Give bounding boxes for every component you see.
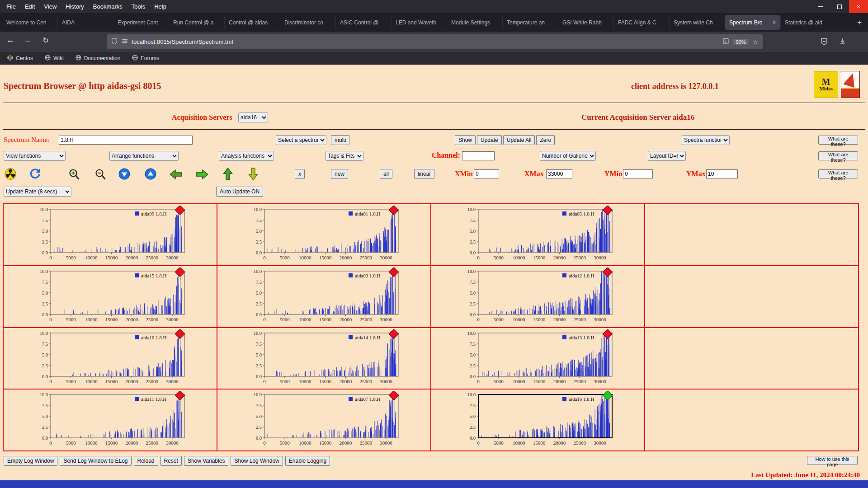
browser-tab[interactable]: GSI White Rabb bbox=[558, 15, 613, 30]
back-button[interactable]: ← bbox=[4, 36, 17, 45]
spectra-functions-select[interactable]: Spectra functions bbox=[682, 135, 730, 145]
analysis-functions-select[interactable]: Analysis functions bbox=[219, 151, 274, 161]
update-button[interactable]: Update bbox=[477, 135, 502, 145]
menu-file[interactable]: File bbox=[2, 0, 20, 13]
footer-empty-log-window[interactable]: Empty Log Window bbox=[4, 456, 57, 466]
shield-icon[interactable] bbox=[111, 38, 118, 46]
menu-help[interactable]: Help bbox=[150, 0, 171, 13]
footer-send-log-window-to-elog[interactable]: Send Log Window to ELog bbox=[60, 456, 131, 466]
browser-tab[interactable]: Control @ aidas bbox=[225, 15, 279, 30]
menu-edit[interactable]: Edit bbox=[20, 0, 39, 13]
what-are-these-button-3[interactable]: What are these? bbox=[818, 169, 858, 178]
spectrum-chart-aida07[interactable]: 0.02.55.07.510.0050001000015000200002500… bbox=[219, 391, 419, 449]
scale-up-icon[interactable] bbox=[145, 168, 156, 182]
spectrum-chart-aida16[interactable]: 0.02.55.07.510.0050001000015000200002500… bbox=[433, 391, 633, 449]
forward-button[interactable]: → bbox=[21, 36, 34, 45]
pan-left-icon[interactable] bbox=[169, 169, 183, 182]
zoom-level-badge[interactable]: 90% bbox=[733, 39, 748, 45]
update-rate-select[interactable]: Update Rate (8 secs) bbox=[4, 187, 71, 197]
spectrum-chart-aida12[interactable]: 0.02.55.07.510.0050001000015000200002500… bbox=[433, 267, 633, 325]
menu-view[interactable]: View bbox=[39, 0, 61, 13]
spectrum-chart-aida05[interactable]: 0.02.55.07.510.0050001000015000200002500… bbox=[433, 206, 633, 263]
x-projection-button[interactable]: x bbox=[295, 169, 305, 179]
footer-enable-logging[interactable]: Enable Logging bbox=[285, 456, 330, 466]
menu-history[interactable]: History bbox=[61, 0, 88, 13]
spectrum-chart-aida09[interactable]: 0.02.55.07.510.0050001000015000200002500… bbox=[5, 206, 205, 263]
bookmark-centos[interactable]: Centos bbox=[7, 55, 33, 62]
show-button[interactable]: Show bbox=[455, 135, 476, 145]
menu-bookmarks[interactable]: Bookmarks bbox=[89, 0, 127, 13]
ymin-input[interactable] bbox=[623, 169, 653, 178]
scale-down-icon[interactable] bbox=[118, 168, 130, 182]
how-to-use-button[interactable]: How to use this page bbox=[807, 456, 858, 465]
acquisition-server-select[interactable]: aida16 bbox=[238, 113, 268, 122]
site-permissions-icon[interactable] bbox=[122, 38, 128, 46]
footer-show-variables[interactable]: Show Variables bbox=[184, 456, 229, 466]
menu-tools[interactable]: Tools bbox=[127, 0, 150, 13]
spectrum-name-input[interactable] bbox=[59, 136, 193, 145]
bookmark-forums[interactable]: Forums bbox=[132, 55, 159, 62]
download-icon[interactable] bbox=[839, 38, 846, 47]
select-a-spectrum[interactable]: Select a spectrum bbox=[276, 135, 326, 145]
browser-tab[interactable]: Discriminator co bbox=[280, 15, 335, 30]
browser-tab[interactable]: Welcome to Cen bbox=[2, 15, 57, 30]
zero-button[interactable]: Zero bbox=[536, 135, 555, 145]
xmin-input[interactable] bbox=[474, 169, 499, 178]
update-all-button[interactable]: Update All bbox=[503, 135, 535, 145]
browser-tab[interactable]: System wide Ch bbox=[670, 15, 724, 30]
radiation-icon[interactable] bbox=[5, 168, 16, 182]
browser-tab[interactable]: Run Control @ a bbox=[169, 15, 224, 30]
bookmark-star-icon[interactable]: ☆ bbox=[752, 38, 758, 46]
browser-tab[interactable]: Spectrum Bro× bbox=[725, 15, 780, 30]
browser-tab[interactable]: ASIC Control @ bbox=[336, 15, 391, 30]
tab-close-icon[interactable]: × bbox=[769, 19, 776, 26]
window-maximize-button[interactable] bbox=[830, 0, 849, 13]
browser-tab[interactable]: Temperature an bbox=[503, 15, 557, 30]
browser-tab[interactable]: FADC Align & C bbox=[614, 15, 669, 30]
url-bar[interactable]: localhost:8015/Spectrum/Spectrum.tml 90%… bbox=[107, 34, 763, 49]
arrange-functions-select[interactable]: Arrange functions bbox=[109, 151, 179, 161]
spectrum-chart-aida03[interactable]: 0.02.55.07.510.0050001000015000200002500… bbox=[219, 267, 419, 325]
spectrum-chart-aida14[interactable]: 0.02.55.07.510.0050001000015000200002500… bbox=[219, 329, 419, 387]
number-of-galleries-select[interactable]: Number of Galleries bbox=[540, 151, 596, 161]
zoom-out-icon[interactable] bbox=[94, 168, 108, 183]
reload-button[interactable]: ↻ bbox=[39, 36, 52, 45]
new-tab-button[interactable]: + bbox=[853, 18, 866, 27]
window-close-button[interactable]: × bbox=[849, 0, 868, 13]
refresh-icon[interactable] bbox=[29, 168, 41, 182]
bookmark-wiki[interactable]: Wiki bbox=[45, 55, 64, 62]
bookmark-documentation[interactable]: Documentation bbox=[75, 55, 121, 62]
ymax-input[interactable] bbox=[706, 169, 738, 178]
spectrum-chart-aida13[interactable]: 0.02.55.07.510.0050001000015000200002500… bbox=[433, 329, 633, 387]
zoom-in-icon[interactable] bbox=[68, 168, 81, 183]
view-functions-select[interactable]: View functions bbox=[4, 151, 66, 161]
what-are-these-button-2[interactable]: What are these? bbox=[818, 151, 858, 160]
spectrum-chart-aida15[interactable]: 0.02.55.07.510.0050001000015000200002500… bbox=[5, 267, 205, 325]
channel-input[interactable] bbox=[462, 151, 495, 160]
browser-tab[interactable]: Statistics @ aid bbox=[781, 15, 835, 30]
tags-fits-select[interactable]: Tags & Fits bbox=[326, 151, 363, 161]
pan-down-icon[interactable] bbox=[248, 167, 259, 183]
footer-reset[interactable]: Reset bbox=[160, 456, 182, 466]
pan-up-icon[interactable] bbox=[222, 167, 233, 183]
linear-button[interactable]: linear bbox=[414, 169, 434, 179]
footer-show-log-window[interactable]: Show Log Window bbox=[231, 456, 283, 466]
footer-reload[interactable]: Reload bbox=[134, 456, 158, 466]
multi-button[interactable]: multi bbox=[331, 135, 349, 145]
all-button[interactable]: all bbox=[380, 169, 392, 179]
browser-tab[interactable]: LED and Wavefo bbox=[392, 15, 446, 30]
browser-tab[interactable]: Module Settings bbox=[447, 15, 502, 30]
browser-tab[interactable]: Experiment Cont bbox=[113, 15, 168, 30]
pan-right-icon[interactable] bbox=[195, 169, 209, 182]
layout-id-select[interactable]: Layout ID=6 bbox=[648, 151, 686, 161]
window-minimize-button[interactable] bbox=[811, 0, 830, 13]
spectrum-chart-aida01[interactable]: 0.02.55.07.510.0050001000015000200002500… bbox=[219, 206, 419, 263]
xmax-input[interactable] bbox=[546, 169, 572, 178]
spectrum-chart-aida11[interactable]: 0.02.55.07.510.0050001000015000200002500… bbox=[5, 391, 205, 449]
what-are-these-button-1[interactable]: What are these? bbox=[818, 136, 858, 145]
spectrum-chart-aida10[interactable]: 0.02.55.07.510.0050001000015000200002500… bbox=[5, 329, 205, 387]
auto-update-button[interactable]: Auto Update ON bbox=[216, 187, 263, 197]
url-text[interactable]: localhost:8015/Spectrum/Spectrum.tml bbox=[132, 38, 719, 45]
reader-mode-icon[interactable] bbox=[723, 38, 729, 46]
new-button[interactable]: new bbox=[331, 169, 348, 179]
